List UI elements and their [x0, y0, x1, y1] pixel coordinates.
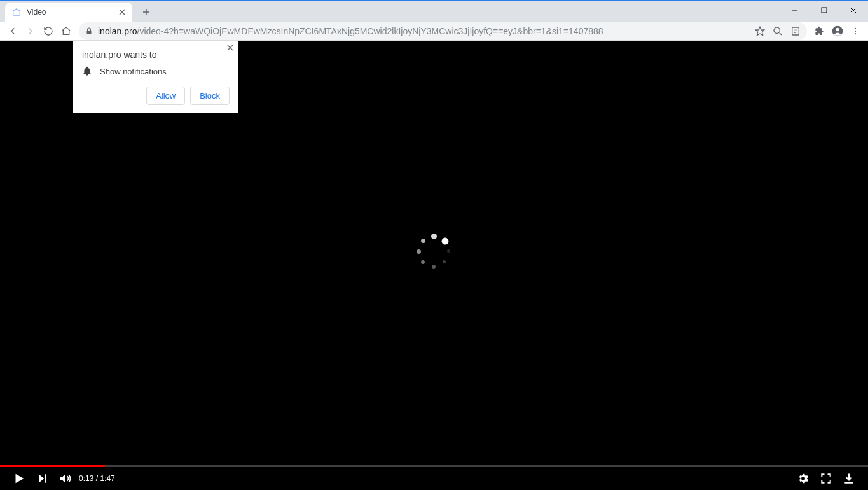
browser-toolbar: inolan.pro/video-4?h=waWQiOjEwMDEwMzcsIn…: [0, 22, 868, 41]
permission-title: inolan.pro wants to: [82, 50, 230, 60]
new-tab-button[interactable]: [137, 3, 155, 21]
time-current: 0:13: [79, 474, 93, 483]
loading-spinner: [417, 234, 452, 270]
lock-icon[interactable]: [85, 27, 93, 36]
svg-point-7: [855, 30, 856, 31]
video-controls: 0:13 / 1:47: [0, 467, 868, 490]
url-host: inolan.pro: [98, 26, 137, 36]
reader-icon[interactable]: [790, 26, 801, 36]
browser-tab[interactable]: Video: [5, 3, 132, 22]
volume-button[interactable]: [53, 467, 76, 490]
settings-button[interactable]: [792, 467, 815, 490]
browser-menu-button[interactable]: [846, 22, 864, 40]
svg-point-8: [855, 32, 856, 34]
window-controls: [780, 1, 868, 20]
bell-icon: [82, 66, 92, 76]
permission-allow-button[interactable]: Allow: [146, 87, 185, 105]
permission-item: Show notifications: [100, 67, 167, 76]
zoom-icon[interactable]: [773, 26, 783, 36]
tab-favicon: [11, 7, 22, 17]
nav-home-button[interactable]: [57, 22, 75, 40]
address-bar[interactable]: inolan.pro/video-4?h=waWQiOjEwMDEwMzcsIn…: [79, 22, 807, 40]
play-button[interactable]: [8, 467, 31, 490]
extensions-button[interactable]: [811, 22, 829, 40]
time-display: 0:13 / 1:47: [79, 474, 115, 483]
permission-block-button[interactable]: Block: [190, 87, 230, 105]
url-path: /video-4?h=waWQiOjEwMDEwMzcsInNpZCI6MTAx…: [137, 26, 603, 36]
window-close-button[interactable]: [839, 1, 868, 20]
svg-rect-0: [822, 8, 827, 13]
nav-back-button[interactable]: [4, 22, 22, 40]
next-button[interactable]: [31, 467, 53, 490]
svg-point-6: [855, 27, 856, 29]
tab-title: Video: [27, 8, 117, 17]
svg-point-2: [774, 27, 780, 33]
nav-forward-button[interactable]: [22, 22, 39, 40]
bookmark-star-icon[interactable]: [755, 26, 765, 36]
permission-close-icon[interactable]: [227, 45, 233, 51]
window-minimize-button[interactable]: [780, 1, 809, 20]
tab-strip: Video: [0, 0, 868, 22]
svg-marker-1: [755, 27, 764, 35]
download-button[interactable]: [837, 467, 860, 490]
svg-point-5: [836, 27, 839, 31]
page-content: inolan.pro wants to Show notifications A…: [0, 41, 868, 490]
nav-reload-button[interactable]: [39, 22, 57, 40]
profile-button[interactable]: [829, 22, 846, 40]
notification-permission-prompt: inolan.pro wants to Show notifications A…: [73, 41, 238, 113]
time-total: 1:47: [100, 474, 114, 483]
tab-close-icon[interactable]: [117, 7, 127, 17]
fullscreen-button[interactable]: [815, 467, 837, 490]
window-maximize-button[interactable]: [809, 1, 839, 20]
